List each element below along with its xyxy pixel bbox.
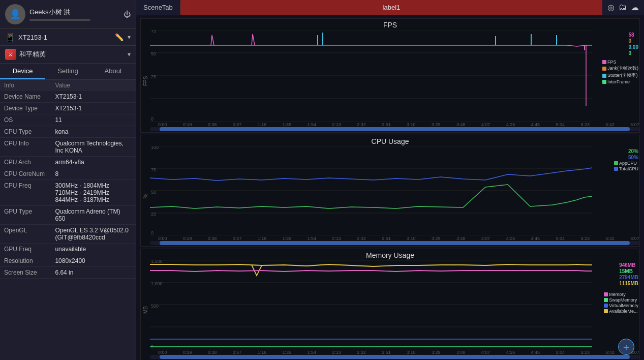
mem-val4: 1115MB: [619, 281, 638, 286]
cloud-icon[interactable]: ☁: [631, 3, 639, 12]
table-cell-info: GPU Freq: [4, 246, 55, 253]
memory-chart-title: Memory Usage: [141, 249, 639, 260]
fps-val2: 0: [629, 38, 638, 44]
add-button[interactable]: ＋: [618, 339, 634, 355]
table-cell-info: CPU Info: [4, 140, 55, 154]
table-row: OS11: [0, 114, 136, 126]
cpu-legend-appcpu: AppCPU: [614, 161, 638, 166]
table-row: Screen Size6.64 in: [0, 267, 136, 279]
tab-setting[interactable]: Setting: [45, 64, 90, 79]
table-cell-info: CPU Type: [4, 128, 55, 135]
cpu-chart-body: 100 75 50 25 0 20% 50%: [150, 146, 639, 246]
mem-val3: 2794MB: [619, 275, 638, 280]
cpu-legend: AppCPU TotalCPU: [614, 161, 638, 171]
cpu-legend-appcpu-label: AppCPU: [619, 161, 637, 166]
device-table: Info Value Device NameXT2153-1Device Typ…: [0, 80, 136, 360]
cpu-values: 20% 50%: [628, 148, 638, 160]
fps-legend-stutter-label: Stutter(卡帧率): [607, 72, 638, 79]
fps-y-label: FPS: [141, 30, 150, 132]
sidebar-tabs: Device Setting About: [0, 64, 136, 80]
fps-scrollbar-thumb[interactable]: [160, 127, 629, 131]
table-cell-info: CPU CoreNum: [4, 170, 55, 177]
table-cell-value: 11: [55, 116, 132, 124]
table-row: Device TypeXT2153-1: [0, 103, 136, 114]
top-icons: ◎ 🗂 ☁: [602, 3, 644, 12]
cpu-legend-appcpu-dot: [614, 161, 618, 165]
table-row: CPU InfoQualcomm Technologies, Inc KONA: [0, 138, 136, 157]
svg-text:500: 500: [151, 304, 159, 309]
col-value-header: Value: [55, 82, 132, 89]
scene-tab[interactable]: SceneTab: [136, 2, 180, 13]
mem-legend-swap-dot: [604, 298, 608, 302]
device-selector[interactable]: 📱 XT2153-1 ✏️ ▾: [0, 29, 136, 46]
avatar: 👤: [5, 4, 25, 24]
table-row: CPU Archarm64-v8a: [0, 157, 136, 168]
power-icon[interactable]: ⏻: [124, 10, 131, 18]
charts-area: FPS FPS 75 50 25 0: [136, 15, 644, 360]
fps-svg: 75 50 25 0: [150, 30, 592, 122]
table-cell-value: 6.64 in: [55, 269, 132, 276]
cpu-scrollbar-thumb[interactable]: [160, 241, 629, 245]
user-progress-bar: [29, 19, 90, 21]
fps-scrollbar[interactable]: [150, 127, 639, 131]
table-cell-value: 8: [55, 170, 132, 177]
scene-label: label1: [180, 0, 602, 15]
sidebar: 👤 Geeks小树 洪 ⏻ 📱 XT2153-1 ✏️ ▾ ⚔ 和平精英 ▾ D…: [0, 0, 136, 360]
fps-legend-interframe: InterFrame: [602, 79, 638, 84]
tab-about[interactable]: About: [90, 64, 136, 79]
fps-chart-body: 75 50 25 0: [150, 30, 639, 132]
fps-legend-dot: [602, 60, 606, 64]
table-cell-info: Screen Size: [4, 269, 55, 276]
memory-chart-inner: MB 1,500 1,000 500 0: [141, 260, 639, 360]
fps-legend-interframe-label: InterFrame: [607, 79, 630, 84]
memory-svg: 1,500 1,000 500 0: [150, 260, 592, 349]
memory-y-label: MB: [141, 260, 150, 360]
table-cell-info: OpenGL: [4, 227, 55, 241]
fps-legend-stutter: Stutter(卡帧率): [602, 72, 638, 79]
table-cell-value: XT2153-1: [55, 105, 132, 112]
mem-legend-virtual-label: VirtualMemory: [609, 303, 638, 308]
table-cell-info: CPU Arch: [4, 159, 55, 166]
mem-legend-available-dot: [604, 309, 608, 313]
fps-val3: 0.00: [629, 44, 638, 50]
svg-text:1,500: 1,500: [151, 260, 163, 264]
mem-legend-virtual-dot: [604, 304, 608, 308]
tab-device[interactable]: Device: [0, 64, 45, 79]
fps-legend-interframe-dot: [602, 80, 606, 84]
edit-device-icon[interactable]: ✏️: [114, 32, 125, 42]
table-cell-value: 1080x2400: [55, 257, 132, 264]
memory-scrollbar-thumb[interactable]: [160, 355, 629, 359]
app-selector[interactable]: ⚔ 和平精英 ▾: [0, 46, 136, 64]
table-row: Device NameXT2153-1: [0, 91, 136, 103]
table-cell-info: CPU Freq: [4, 182, 55, 203]
memory-scrollbar[interactable]: [150, 355, 639, 359]
table-row: Resolution1080x2400: [0, 255, 136, 267]
table-cell-info: Resolution: [4, 257, 55, 264]
fps-legend: FPS Jank(卡帧次数) Stutter(卡帧率) InterFr: [602, 59, 638, 84]
cpu-x-axis: 0:000:190:380:571:161:351:542:132:322:51…: [150, 235, 639, 241]
table-row: GPU TypeQualcomm Adreno (TM) 650: [0, 206, 136, 225]
svg-text:50: 50: [151, 51, 156, 56]
location-icon[interactable]: ◎: [607, 3, 615, 12]
cpu-val1: 20%: [628, 148, 638, 154]
folder-icon[interactable]: 🗂: [619, 3, 627, 12]
app-dropdown-arrow[interactable]: ▾: [128, 51, 131, 58]
svg-text:25: 25: [151, 212, 156, 217]
top-bar: SceneTab label1 ◎ 🗂 ☁ ▶: [136, 0, 644, 15]
table-cell-info: Device Name: [4, 93, 55, 100]
mem-legend-available-label: AvailableMe...: [609, 309, 637, 314]
table-cell-value: unavailable: [55, 246, 132, 253]
fps-legend-stutter-dot: [602, 74, 606, 78]
fps-legend-jank: Jank(卡帧次数): [602, 65, 638, 72]
table-cell-value: Qualcomm Adreno (TM) 650: [55, 208, 132, 222]
table-row: CPU CoreNum8: [0, 168, 136, 180]
cpu-legend-totalcpu-label: TotalCPU: [619, 166, 638, 171]
fps-x-axis: 0:000:190:380:571:161:351:542:132:322:51…: [150, 122, 639, 127]
table-cell-info: GPU Type: [4, 208, 55, 222]
device-dropdown-arrow[interactable]: ▾: [128, 34, 131, 41]
cpu-scrollbar[interactable]: [150, 241, 639, 245]
svg-text:75: 75: [151, 167, 156, 172]
col-info-header: Info: [4, 82, 55, 89]
svg-text:25: 25: [151, 74, 156, 79]
mem-val1: 946MB: [619, 262, 638, 268]
